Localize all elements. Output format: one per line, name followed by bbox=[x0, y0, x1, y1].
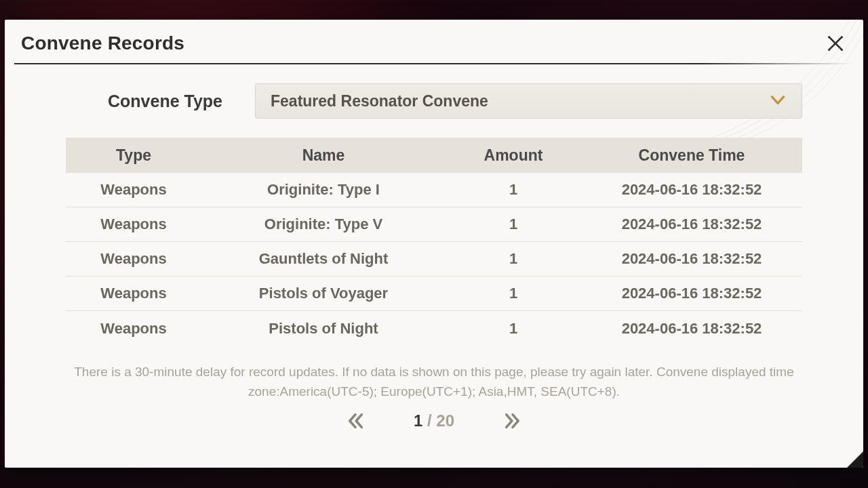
cell-time: 2024-06-16 18:32:52 bbox=[581, 181, 802, 199]
cell-name: Pistols of Night bbox=[201, 320, 446, 338]
cell-amount: 1 bbox=[446, 285, 581, 302]
cell-type: Weapons bbox=[66, 216, 201, 233]
col-name: Name bbox=[201, 146, 446, 165]
col-time: Convene Time bbox=[581, 146, 802, 165]
col-amount: Amount bbox=[446, 146, 581, 165]
chevron-down-icon bbox=[769, 91, 787, 111]
table-row: WeaponsOriginite: Type V12024-06-16 18:3… bbox=[66, 207, 802, 242]
close-button[interactable] bbox=[824, 32, 847, 55]
pagination: 1 / 20 bbox=[66, 411, 802, 430]
cell-name: Gauntlets of Night bbox=[201, 250, 446, 268]
table-row: WeaponsPistols of Night12024-06-16 18:32… bbox=[66, 311, 802, 346]
svg-point-2 bbox=[828, 36, 830, 38]
chevron-double-right-icon bbox=[503, 411, 522, 430]
table-row: WeaponsGauntlets of Night12024-06-16 18:… bbox=[66, 242, 802, 277]
cell-amount: 1 bbox=[446, 250, 581, 268]
convene-type-label: Convene Type bbox=[108, 92, 222, 111]
cell-type: Weapons bbox=[66, 250, 201, 268]
page-indicator: 1 / 20 bbox=[414, 411, 454, 430]
cell-name: Originite: Type I bbox=[201, 181, 446, 199]
table-row: WeaponsPistols of Voyager12024-06-16 18:… bbox=[66, 277, 802, 311]
convene-type-dropdown[interactable]: Featured Resonator Convene bbox=[255, 83, 802, 119]
cell-time: 2024-06-16 18:32:52 bbox=[581, 250, 802, 268]
cell-time: 2024-06-16 18:32:52 bbox=[581, 320, 802, 338]
footer-note: There is a 30-minute delay for record up… bbox=[66, 362, 802, 402]
cell-amount: 1 bbox=[446, 320, 581, 338]
cell-type: Weapons bbox=[66, 285, 201, 302]
page-total: 20 bbox=[436, 411, 454, 430]
page-prev-button[interactable] bbox=[346, 411, 365, 430]
close-icon bbox=[825, 33, 846, 54]
cell-type: Weapons bbox=[66, 320, 201, 338]
dropdown-selected-value: Featured Resonator Convene bbox=[271, 92, 488, 110]
background-bottom-bar bbox=[0, 465, 868, 488]
table-body: WeaponsOriginite: Type I12024-06-16 18:3… bbox=[66, 173, 802, 346]
page-current: 1 bbox=[414, 411, 422, 430]
svg-point-3 bbox=[841, 36, 843, 38]
cell-name: Originite: Type V bbox=[201, 216, 446, 233]
table-header: Type Name Amount Convene Time bbox=[66, 138, 802, 173]
chevron-double-left-icon bbox=[346, 411, 365, 430]
svg-point-4 bbox=[828, 49, 830, 51]
col-type: Type bbox=[66, 146, 201, 165]
cell-time: 2024-06-16 18:32:52 bbox=[581, 216, 802, 233]
svg-point-5 bbox=[841, 49, 843, 51]
page-title: Convene Records bbox=[21, 33, 184, 54]
table-row: WeaponsOriginite: Type I12024-06-16 18:3… bbox=[66, 173, 802, 207]
cell-amount: 1 bbox=[446, 216, 581, 233]
records-panel: Convene Records Convene Type Featured Re… bbox=[5, 20, 863, 468]
records-table: Type Name Amount Convene Time WeaponsOri… bbox=[66, 138, 802, 346]
cell-name: Pistols of Voyager bbox=[201, 285, 446, 302]
cell-time: 2024-06-16 18:32:52 bbox=[581, 285, 802, 302]
page-separator: / bbox=[422, 411, 436, 430]
cell-amount: 1 bbox=[446, 181, 581, 199]
cell-type: Weapons bbox=[66, 181, 201, 199]
page-next-button[interactable] bbox=[503, 411, 522, 430]
